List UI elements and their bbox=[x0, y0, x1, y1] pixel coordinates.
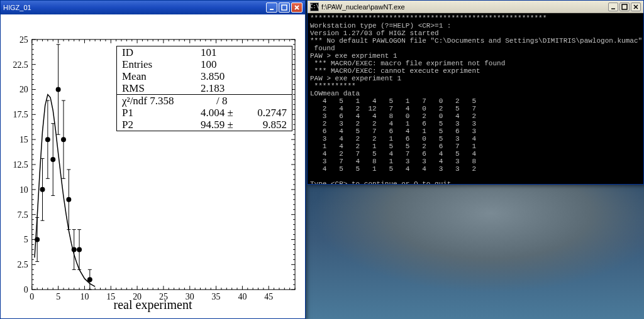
stat-p2-err: 9.852 bbox=[243, 119, 287, 131]
svg-text:7.5: 7.5 bbox=[17, 210, 28, 220]
close-button[interactable] bbox=[291, 3, 303, 13]
console-close-button[interactable] bbox=[631, 3, 641, 11]
svg-text:5: 5 bbox=[24, 235, 28, 244]
svg-point-269 bbox=[87, 277, 92, 282]
svg-point-245 bbox=[50, 157, 55, 162]
higz-titlebar[interactable]: HIGZ_01 bbox=[1, 1, 305, 14]
stat-rms-label: RMS bbox=[122, 82, 182, 95]
svg-text:12.5: 12.5 bbox=[13, 160, 28, 170]
higz-window: HIGZ_01 05101520253035404502.557.51012.5… bbox=[0, 0, 306, 319]
svg-text:20: 20 bbox=[19, 85, 28, 94]
cmd-icon: C:\ bbox=[310, 3, 319, 11]
svg-point-265 bbox=[77, 247, 82, 252]
higz-title: HIGZ_01 bbox=[3, 4, 31, 11]
stat-mean-label: Mean bbox=[122, 70, 182, 83]
console-title: f:\PAW_nuclear\pawNT.exe bbox=[321, 3, 405, 11]
svg-point-237 bbox=[40, 187, 45, 192]
console-window: C:\ f:\PAW_nuclear\pawNT.exe ***********… bbox=[307, 0, 644, 185]
svg-text:10: 10 bbox=[19, 185, 28, 195]
stat-rms-value: 2.183 bbox=[182, 82, 287, 95]
svg-point-241 bbox=[45, 137, 50, 142]
stat-chi-value: / 8 bbox=[197, 95, 287, 107]
stat-chi-label: χ²/ndf 7.358 bbox=[122, 95, 197, 107]
stat-p2-value: 94.59 ± bbox=[182, 119, 243, 131]
svg-rect-271 bbox=[622, 4, 627, 9]
svg-text:22.5: 22.5 bbox=[13, 60, 28, 70]
stat-p1-value: 4.004 ± bbox=[182, 107, 243, 119]
stat-id-label: ID bbox=[122, 46, 182, 59]
stat-p1-label: P1 bbox=[122, 107, 182, 119]
stat-entries-label: Entries bbox=[122, 58, 182, 71]
svg-point-249 bbox=[56, 87, 61, 92]
svg-point-261 bbox=[72, 247, 77, 252]
svg-point-253 bbox=[61, 137, 66, 142]
svg-rect-1 bbox=[282, 5, 287, 10]
maximize-button[interactable] bbox=[279, 3, 290, 13]
stat-mean-value: 3.850 bbox=[182, 70, 287, 83]
svg-text:25: 25 bbox=[19, 35, 28, 45]
svg-text:0: 0 bbox=[24, 285, 28, 295]
console-minimize-button[interactable] bbox=[608, 3, 618, 11]
svg-text:17.5: 17.5 bbox=[13, 110, 28, 119]
console-maximize-button[interactable] bbox=[619, 3, 630, 11]
svg-text:15: 15 bbox=[19, 135, 28, 144]
stat-p1-err: 0.2747 bbox=[243, 107, 287, 119]
plot-area: 05101520253035404502.557.51012.51517.520… bbox=[1, 14, 305, 318]
stat-p2-label: P2 bbox=[122, 119, 182, 131]
svg-point-257 bbox=[66, 197, 71, 202]
svg-text:2.5: 2.5 bbox=[17, 260, 28, 269]
stat-entries-value: 100 bbox=[182, 58, 287, 71]
x-axis-label: real experiment bbox=[1, 298, 305, 312]
console-titlebar[interactable]: C:\ f:\PAW_nuclear\pawNT.exe bbox=[308, 1, 643, 13]
svg-point-233 bbox=[35, 237, 40, 242]
minimize-button[interactable] bbox=[266, 3, 277, 13]
console-body[interactable]: ****************************************… bbox=[308, 13, 643, 184]
stat-box: ID101 Entries100 Mean3.850 RMS2.183 χ²/n… bbox=[116, 46, 292, 131]
stat-id-value: 101 bbox=[182, 46, 287, 59]
